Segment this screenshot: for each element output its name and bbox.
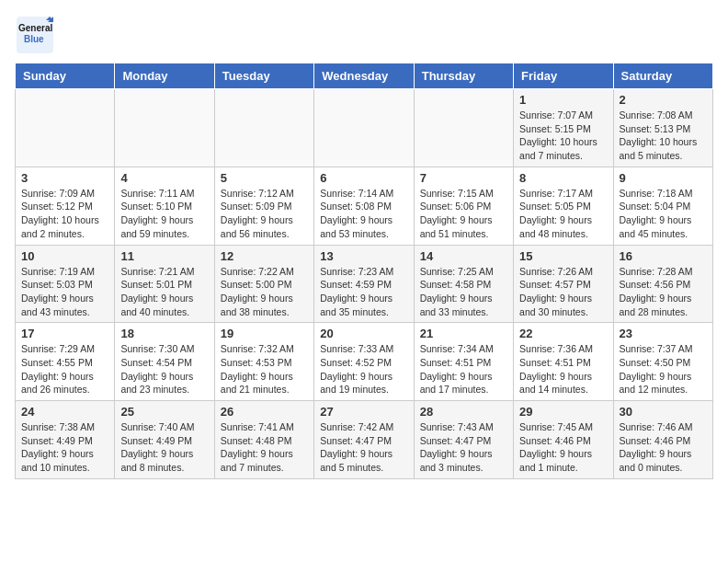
page-header: General Blue <box>15 15 713 55</box>
day-info: Sunrise: 7:45 AM Sunset: 4:46 PM Dayligh… <box>519 420 607 475</box>
day-info: Sunrise: 7:28 AM Sunset: 4:56 PM Dayligh… <box>620 265 707 319</box>
day-info: Sunrise: 7:17 AM Sunset: 5:05 PM Dayligh… <box>519 187 607 241</box>
day-number: 10 <box>21 249 108 263</box>
day-number: 7 <box>420 171 507 185</box>
day-header-saturday: Saturday <box>613 63 712 89</box>
calendar-cell <box>414 89 513 167</box>
day-number: 9 <box>620 171 707 185</box>
day-info: Sunrise: 7:34 AM Sunset: 4:51 PM Dayligh… <box>420 342 507 396</box>
day-info: Sunrise: 7:42 AM Sunset: 4:47 PM Dayligh… <box>320 420 407 475</box>
day-header-monday: Monday <box>115 63 214 89</box>
day-number: 18 <box>120 327 208 340</box>
calendar-cell: 24Sunrise: 7:38 AM Sunset: 4:49 PM Dayli… <box>16 401 115 479</box>
day-number: 17 <box>21 327 108 340</box>
day-info: Sunrise: 7:33 AM Sunset: 4:52 PM Dayligh… <box>320 342 407 396</box>
day-number: 25 <box>120 405 208 419</box>
day-number: 1 <box>519 93 607 107</box>
calendar-week-row: 24Sunrise: 7:38 AM Sunset: 4:49 PM Dayli… <box>16 401 713 479</box>
day-info: Sunrise: 7:29 AM Sunset: 4:55 PM Dayligh… <box>21 342 108 396</box>
day-number: 29 <box>519 405 607 419</box>
calendar-table: SundayMondayTuesdayWednesdayThursdayFrid… <box>15 63 713 479</box>
day-number: 23 <box>620 327 707 340</box>
calendar-cell: 5Sunrise: 7:12 AM Sunset: 5:09 PM Daylig… <box>214 167 313 245</box>
day-info: Sunrise: 7:23 AM Sunset: 4:59 PM Dayligh… <box>320 265 407 319</box>
svg-text:General: General <box>18 23 52 33</box>
day-info: Sunrise: 7:26 AM Sunset: 4:57 PM Dayligh… <box>519 265 607 319</box>
calendar-cell: 30Sunrise: 7:46 AM Sunset: 4:46 PM Dayli… <box>613 401 712 479</box>
day-info: Sunrise: 7:08 AM Sunset: 5:13 PM Dayligh… <box>620 109 707 163</box>
calendar-cell: 1Sunrise: 7:07 AM Sunset: 5:15 PM Daylig… <box>514 89 613 167</box>
day-number: 30 <box>620 405 707 419</box>
day-number: 16 <box>620 249 707 263</box>
calendar-cell <box>16 89 115 167</box>
calendar-cell: 29Sunrise: 7:45 AM Sunset: 4:46 PM Dayli… <box>514 401 613 479</box>
day-info: Sunrise: 7:40 AM Sunset: 4:49 PM Dayligh… <box>120 420 208 475</box>
day-header-thursday: Thursday <box>414 63 513 89</box>
day-info: Sunrise: 7:21 AM Sunset: 5:01 PM Dayligh… <box>120 265 208 319</box>
day-number: 21 <box>420 327 507 340</box>
calendar-cell: 21Sunrise: 7:34 AM Sunset: 4:51 PM Dayli… <box>414 323 513 401</box>
svg-text:Blue: Blue <box>24 34 44 44</box>
day-info: Sunrise: 7:41 AM Sunset: 4:48 PM Dayligh… <box>221 420 308 475</box>
calendar-cell: 17Sunrise: 7:29 AM Sunset: 4:55 PM Dayli… <box>16 323 115 401</box>
calendar-cell: 3Sunrise: 7:09 AM Sunset: 5:12 PM Daylig… <box>16 167 115 245</box>
day-number: 27 <box>320 405 407 419</box>
calendar-cell: 8Sunrise: 7:17 AM Sunset: 5:05 PM Daylig… <box>514 167 613 245</box>
day-info: Sunrise: 7:12 AM Sunset: 5:09 PM Dayligh… <box>221 187 308 241</box>
calendar-cell: 7Sunrise: 7:15 AM Sunset: 5:06 PM Daylig… <box>414 167 513 245</box>
calendar-cell: 20Sunrise: 7:33 AM Sunset: 4:52 PM Dayli… <box>314 323 414 401</box>
logo: General Blue <box>15 15 55 55</box>
calendar-cell <box>115 89 214 167</box>
calendar-cell: 25Sunrise: 7:40 AM Sunset: 4:49 PM Dayli… <box>115 401 214 479</box>
day-number: 19 <box>221 327 308 340</box>
day-number: 13 <box>320 249 407 263</box>
calendar-cell: 14Sunrise: 7:25 AM Sunset: 4:58 PM Dayli… <box>414 245 513 323</box>
calendar-cell: 10Sunrise: 7:19 AM Sunset: 5:03 PM Dayli… <box>16 245 115 323</box>
calendar-cell: 2Sunrise: 7:08 AM Sunset: 5:13 PM Daylig… <box>613 89 712 167</box>
calendar-cell: 6Sunrise: 7:14 AM Sunset: 5:08 PM Daylig… <box>314 167 414 245</box>
day-number: 5 <box>221 171 308 185</box>
day-number: 22 <box>519 327 607 340</box>
day-number: 11 <box>120 249 208 263</box>
calendar-cell: 28Sunrise: 7:43 AM Sunset: 4:47 PM Dayli… <box>414 401 513 479</box>
calendar-week-row: 1Sunrise: 7:07 AM Sunset: 5:15 PM Daylig… <box>16 89 713 167</box>
day-info: Sunrise: 7:22 AM Sunset: 5:00 PM Dayligh… <box>221 265 308 319</box>
calendar-cell: 18Sunrise: 7:30 AM Sunset: 4:54 PM Dayli… <box>115 323 214 401</box>
day-info: Sunrise: 7:36 AM Sunset: 4:51 PM Dayligh… <box>519 342 607 396</box>
calendar-cell <box>314 89 414 167</box>
calendar-cell: 15Sunrise: 7:26 AM Sunset: 4:57 PM Dayli… <box>514 245 613 323</box>
day-info: Sunrise: 7:32 AM Sunset: 4:53 PM Dayligh… <box>221 342 308 396</box>
day-number: 6 <box>320 171 407 185</box>
calendar-week-row: 3Sunrise: 7:09 AM Sunset: 5:12 PM Daylig… <box>16 167 713 245</box>
day-info: Sunrise: 7:14 AM Sunset: 5:08 PM Dayligh… <box>320 187 407 241</box>
calendar-week-row: 10Sunrise: 7:19 AM Sunset: 5:03 PM Dayli… <box>16 245 713 323</box>
day-info: Sunrise: 7:46 AM Sunset: 4:46 PM Dayligh… <box>620 420 707 475</box>
day-number: 4 <box>120 171 208 185</box>
calendar-cell: 27Sunrise: 7:42 AM Sunset: 4:47 PM Dayli… <box>314 401 414 479</box>
day-number: 26 <box>221 405 308 419</box>
calendar-header-row: SundayMondayTuesdayWednesdayThursdayFrid… <box>16 63 713 89</box>
day-info: Sunrise: 7:19 AM Sunset: 5:03 PM Dayligh… <box>21 265 108 319</box>
logo-svg: General Blue <box>15 15 55 55</box>
calendar-cell: 11Sunrise: 7:21 AM Sunset: 5:01 PM Dayli… <box>115 245 214 323</box>
day-info: Sunrise: 7:37 AM Sunset: 4:50 PM Dayligh… <box>620 342 707 396</box>
day-info: Sunrise: 7:07 AM Sunset: 5:15 PM Dayligh… <box>519 109 607 163</box>
day-number: 24 <box>21 405 108 419</box>
day-info: Sunrise: 7:43 AM Sunset: 4:47 PM Dayligh… <box>420 420 507 475</box>
calendar-cell: 19Sunrise: 7:32 AM Sunset: 4:53 PM Dayli… <box>214 323 313 401</box>
calendar-cell: 26Sunrise: 7:41 AM Sunset: 4:48 PM Dayli… <box>214 401 313 479</box>
calendar-cell: 23Sunrise: 7:37 AM Sunset: 4:50 PM Dayli… <box>613 323 712 401</box>
day-info: Sunrise: 7:38 AM Sunset: 4:49 PM Dayligh… <box>21 420 108 475</box>
calendar-week-row: 17Sunrise: 7:29 AM Sunset: 4:55 PM Dayli… <box>16 323 713 401</box>
calendar-cell: 13Sunrise: 7:23 AM Sunset: 4:59 PM Dayli… <box>314 245 414 323</box>
day-header-friday: Friday <box>514 63 613 89</box>
day-info: Sunrise: 7:30 AM Sunset: 4:54 PM Dayligh… <box>120 342 208 396</box>
calendar-cell: 4Sunrise: 7:11 AM Sunset: 5:10 PM Daylig… <box>115 167 214 245</box>
day-number: 8 <box>519 171 607 185</box>
day-header-wednesday: Wednesday <box>314 63 414 89</box>
day-number: 20 <box>320 327 407 340</box>
day-number: 2 <box>620 93 707 107</box>
day-info: Sunrise: 7:15 AM Sunset: 5:06 PM Dayligh… <box>420 187 507 241</box>
day-info: Sunrise: 7:25 AM Sunset: 4:58 PM Dayligh… <box>420 265 507 319</box>
day-number: 14 <box>420 249 507 263</box>
